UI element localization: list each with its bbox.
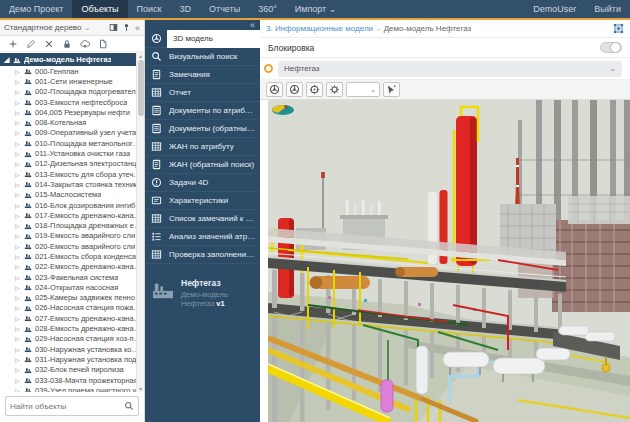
tree-toolbar-button[interactable]: [95, 37, 111, 50]
expander-icon[interactable]: ▷: [15, 366, 21, 373]
tree-item[interactable]: ▷ 030-Наружная установка компрессии, узл…: [0, 344, 144, 354]
select-cursor-button[interactable]: [383, 82, 400, 97]
tree-item[interactable]: ▷ 029-Насосная станция хоз-питьевого вод…: [0, 334, 144, 344]
tree-item[interactable]: ▷ 013-Емкость для сбора утечек и дренажа: [0, 169, 144, 179]
tree-toolbar-button[interactable]: [41, 37, 57, 50]
tree-item[interactable]: ▷ 012-Дизельная электростанция: [0, 159, 144, 169]
sidebar-menu-item[interactable]: Отчет: [145, 84, 260, 102]
tree-item[interactable]: ▷ 010-Площадка метанольного потребления …: [0, 138, 144, 148]
breadcrumb-link[interactable]: 3. Информационные модели: [266, 24, 373, 33]
viewport-3d[interactable]: [260, 100, 630, 422]
tree-item[interactable]: ▷ 026-Насосная станция пожаротушения: [0, 303, 144, 313]
sidebar-menu-item[interactable]: Характеристики: [145, 192, 260, 210]
tree-item[interactable]: ▷ 008-Котельная: [0, 117, 144, 127]
tree-item[interactable]: ▷ 023-Факельная система: [0, 272, 144, 282]
tree-item[interactable]: ▷ 032-Блок печей пиролиза: [0, 365, 144, 375]
pin-icon[interactable]: [122, 23, 131, 32]
tree-item[interactable]: ▷ 028-Емкость дренажно-канализационная: [0, 323, 144, 333]
tree-item[interactable]: ▷ 027-Емкость дренажно-канализационная: [0, 313, 144, 323]
expander-icon[interactable]: ▷: [15, 191, 21, 198]
expander-icon[interactable]: ▷: [15, 222, 21, 229]
expander-icon[interactable]: ▷: [15, 109, 21, 116]
expander-icon[interactable]: ▷: [15, 160, 21, 167]
expander-icon[interactable]: ▷: [15, 129, 21, 136]
split-panel-icon[interactable]: [109, 23, 118, 32]
tree-toolbar-button[interactable]: [23, 37, 39, 50]
expander-icon[interactable]: ▷: [15, 284, 21, 291]
nav-gizmo[interactable]: [272, 105, 294, 115]
expander-icon[interactable]: ▷: [15, 325, 21, 332]
expander-icon[interactable]: ▷: [15, 335, 21, 342]
expander-icon[interactable]: ▷: [15, 387, 21, 392]
tree-item[interactable]: ▷ 000-Генплан: [0, 66, 144, 76]
expander-icon[interactable]: ▷: [15, 202, 21, 209]
sidebar-menu-item[interactable]: Проверка заполнения...: [145, 246, 260, 264]
tree-item[interactable]: ▷ 024-Открытая насосная: [0, 282, 144, 292]
topbar-tab[interactable]: Объекты: [72, 0, 127, 18]
sidebar-menu-item[interactable]: Задачи 4D: [145, 174, 260, 192]
expander-icon[interactable]: ▷: [15, 78, 21, 85]
topbar-user-action[interactable]: DemoUser: [524, 0, 585, 18]
sidebar-menu-item[interactable]: ЖАН по атрибуту: [145, 138, 260, 156]
tree-item[interactable]: ▷ 001-Сети инженерные: [0, 76, 144, 86]
tree-type-select[interactable]: Стандартное дерево: [4, 23, 81, 32]
tree-item[interactable]: ▷ 015-Маслосистема: [0, 190, 144, 200]
expander-icon[interactable]: ▷: [15, 294, 21, 301]
tree-item[interactable]: ▷ 009-Оперативный узел учета нефти: [0, 128, 144, 138]
sidebar-menu-item[interactable]: Анализ значений атри...: [145, 228, 260, 246]
expander-icon[interactable]: ▷: [15, 212, 21, 219]
topbar-tab[interactable]: Отчеты: [200, 0, 249, 18]
topbar-user-action[interactable]: Выйти: [585, 0, 630, 18]
tree-root-item[interactable]: ◢ Демо-модель Нефтегаз: [0, 53, 144, 66]
viewport-tool-button[interactable]: [266, 82, 283, 97]
tree-item[interactable]: ▷ 022-Емкость дренажно-канализационная: [0, 262, 144, 272]
tree-item[interactable]: ▷ 039-Узел приема очистного устройства: [0, 385, 144, 392]
viewport-tool-button[interactable]: [286, 82, 303, 97]
scroll-up-icon[interactable]: ▴: [139, 52, 142, 59]
expander-icon[interactable]: ▷: [15, 263, 21, 270]
expander-icon[interactable]: ▷: [15, 68, 21, 75]
expander-icon[interactable]: ▷: [15, 181, 21, 188]
tree-toolbar-button[interactable]: [59, 37, 75, 50]
search-icon[interactable]: [124, 401, 134, 411]
tree-item[interactable]: ▷ 003-Емкости нефтесброса: [0, 97, 144, 107]
tree-item[interactable]: ▷ 025-Камеры задвижек пенного пожароту..…: [0, 293, 144, 303]
expander-icon[interactable]: ▷: [15, 140, 21, 147]
expander-icon[interactable]: ▷: [15, 274, 21, 281]
lock-toggle[interactable]: [600, 42, 622, 53]
tree-item[interactable]: ▷ 004,005 Резервуары нефти: [0, 107, 144, 117]
sidebar-menu-item[interactable]: Документы (обратный...: [145, 120, 260, 138]
tree-scrollbar[interactable]: ▴ ▾: [136, 52, 144, 392]
tree-item[interactable]: ▷ 016-Блок дозирования ингибитора корро.…: [0, 200, 144, 210]
expander-icon[interactable]: ◢: [4, 56, 10, 64]
expander-icon[interactable]: ▷: [15, 356, 21, 363]
sidebar-menu-item[interactable]: Визуальный поиск: [145, 48, 260, 66]
search-input[interactable]: [6, 402, 124, 411]
viewport-tool-button[interactable]: [306, 82, 323, 97]
tree-item[interactable]: ▷ 002-Площадка подогревателей нефти: [0, 87, 144, 97]
tree-item[interactable]: ▷ 021-Емкость сбора конденсата: [0, 251, 144, 261]
expander-icon[interactable]: ▷: [15, 99, 21, 106]
viewport-mode-select[interactable]: ⌄: [346, 82, 380, 97]
sidebar-menu-item[interactable]: ЖАН (обратный поиск): [145, 156, 260, 174]
topbar-tab[interactable]: 3D: [171, 0, 201, 18]
sidebar-menu-item[interactable]: Документы по атрибуту: [145, 102, 260, 120]
tree-item[interactable]: ▷ 011-Установка очистки газа: [0, 148, 144, 158]
expander-icon[interactable]: ▷: [15, 253, 21, 260]
scrollbar-thumb[interactable]: [138, 60, 144, 116]
expander-icon[interactable]: ▷: [15, 171, 21, 178]
sidebar-collapse-icon[interactable]: «: [145, 20, 260, 30]
sidebar-menu-item[interactable]: Замечания: [145, 66, 260, 84]
tree-item[interactable]: ▷ 033-038-Мачта прожекторная: [0, 375, 144, 385]
tree-item[interactable]: ▷ 014-Закрытая стоянка техники: [0, 179, 144, 189]
grid-apps-icon[interactable]: [613, 23, 624, 34]
tree-toolbar-button[interactable]: [77, 37, 93, 50]
expander-icon[interactable]: ▷: [15, 346, 21, 353]
topbar-tab[interactable]: Импорт ⌄: [286, 0, 346, 18]
sidebar-menu-item[interactable]: Список замечаний к 3D...: [145, 210, 260, 228]
expander-icon[interactable]: ▷: [15, 232, 21, 239]
expander-icon[interactable]: ▷: [15, 119, 21, 126]
tree-item[interactable]: ▷ 018-Площадка дренажных емкостей: [0, 220, 144, 230]
expander-icon[interactable]: ▷: [15, 304, 21, 311]
scroll-down-icon[interactable]: ▾: [139, 385, 142, 392]
